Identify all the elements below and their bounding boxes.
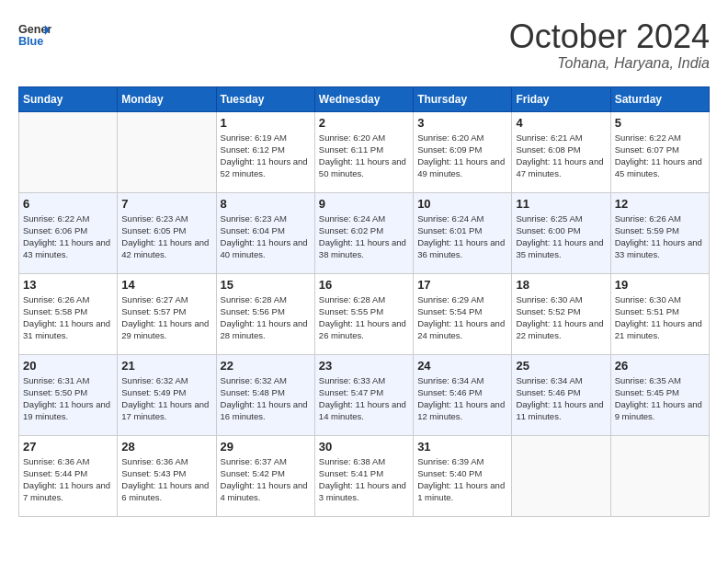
calendar-week-row: 27Sunrise: 6:36 AM Sunset: 5:44 PM Dayli…	[19, 435, 710, 516]
calendar-day-cell: 29Sunrise: 6:37 AM Sunset: 5:42 PM Dayli…	[216, 435, 314, 516]
day-number: 15	[221, 278, 311, 292]
day-number: 21	[121, 359, 211, 373]
svg-text:Blue: Blue	[18, 35, 43, 48]
month-title: October 2024	[509, 18, 710, 55]
day-number: 2	[319, 116, 409, 130]
day-number: 25	[516, 359, 606, 373]
day-number: 30	[319, 440, 409, 454]
day-number: 20	[23, 359, 113, 373]
calendar-day-cell: 25Sunrise: 6:34 AM Sunset: 5:46 PM Dayli…	[512, 354, 610, 435]
calendar-day-cell: 4Sunrise: 6:21 AM Sunset: 6:08 PM Daylig…	[512, 111, 610, 192]
day-info: Sunrise: 6:33 AM Sunset: 5:47 PM Dayligh…	[319, 374, 409, 423]
day-info: Sunrise: 6:26 AM Sunset: 5:58 PM Dayligh…	[23, 293, 113, 342]
calendar-day-cell: 12Sunrise: 6:26 AM Sunset: 5:59 PM Dayli…	[610, 192, 709, 273]
day-number: 14	[121, 278, 211, 292]
day-info: Sunrise: 6:32 AM Sunset: 5:48 PM Dayligh…	[221, 374, 311, 423]
location: Tohana, Haryana, India	[509, 55, 710, 72]
day-number: 22	[221, 359, 311, 373]
calendar-day-cell: 26Sunrise: 6:35 AM Sunset: 5:45 PM Dayli…	[610, 354, 709, 435]
weekday-header-row: SundayMondayTuesdayWednesdayThursdayFrid…	[19, 86, 710, 111]
calendar-day-cell: 1Sunrise: 6:19 AM Sunset: 6:12 PM Daylig…	[216, 111, 314, 192]
day-number: 27	[23, 440, 113, 454]
day-info: Sunrise: 6:36 AM Sunset: 5:44 PM Dayligh…	[23, 455, 113, 504]
calendar-day-cell: 24Sunrise: 6:34 AM Sunset: 5:46 PM Dayli…	[414, 354, 512, 435]
calendar-week-row: 1Sunrise: 6:19 AM Sunset: 6:12 PM Daylig…	[19, 111, 710, 192]
day-number: 17	[417, 278, 507, 292]
day-number: 18	[516, 278, 606, 292]
day-info: Sunrise: 6:20 AM Sunset: 6:09 PM Dayligh…	[417, 132, 507, 180]
day-number: 10	[417, 197, 507, 211]
calendar-day-cell: 13Sunrise: 6:26 AM Sunset: 5:58 PM Dayli…	[19, 273, 118, 354]
calendar-day-cell	[118, 111, 216, 192]
day-number: 1	[221, 116, 311, 130]
calendar-day-cell: 7Sunrise: 6:23 AM Sunset: 6:05 PM Daylig…	[118, 192, 216, 273]
day-info: Sunrise: 6:20 AM Sunset: 6:11 PM Dayligh…	[319, 132, 409, 180]
day-number: 12	[615, 197, 705, 211]
weekday-header: Thursday	[414, 86, 512, 111]
calendar-day-cell: 16Sunrise: 6:28 AM Sunset: 5:55 PM Dayli…	[314, 273, 413, 354]
calendar-table: SundayMondayTuesdayWednesdayThursdayFrid…	[18, 86, 710, 517]
day-info: Sunrise: 6:28 AM Sunset: 5:56 PM Dayligh…	[221, 293, 311, 342]
weekday-header: Friday	[512, 86, 610, 111]
calendar-day-cell: 20Sunrise: 6:31 AM Sunset: 5:50 PM Dayli…	[19, 354, 118, 435]
day-number: 19	[615, 278, 705, 292]
day-number: 24	[417, 359, 507, 373]
day-info: Sunrise: 6:24 AM Sunset: 6:02 PM Dayligh…	[319, 213, 409, 261]
calendar-day-cell: 6Sunrise: 6:22 AM Sunset: 6:06 PM Daylig…	[19, 192, 118, 273]
calendar-day-cell: 10Sunrise: 6:24 AM Sunset: 6:01 PM Dayli…	[414, 192, 512, 273]
weekday-header: Tuesday	[216, 86, 314, 111]
day-info: Sunrise: 6:26 AM Sunset: 5:59 PM Dayligh…	[615, 213, 705, 261]
calendar-day-cell: 5Sunrise: 6:22 AM Sunset: 6:07 PM Daylig…	[610, 111, 709, 192]
day-info: Sunrise: 6:21 AM Sunset: 6:08 PM Dayligh…	[516, 132, 606, 180]
calendar-day-cell: 30Sunrise: 6:38 AM Sunset: 5:41 PM Dayli…	[314, 435, 413, 516]
day-number: 6	[23, 197, 113, 211]
day-info: Sunrise: 6:37 AM Sunset: 5:42 PM Dayligh…	[221, 455, 311, 504]
weekday-header: Saturday	[610, 86, 709, 111]
day-info: Sunrise: 6:38 AM Sunset: 5:41 PM Dayligh…	[319, 455, 409, 504]
calendar-day-cell: 23Sunrise: 6:33 AM Sunset: 5:47 PM Dayli…	[314, 354, 413, 435]
calendar-day-cell	[512, 435, 610, 516]
day-info: Sunrise: 6:22 AM Sunset: 6:06 PM Dayligh…	[23, 213, 113, 261]
day-number: 8	[221, 197, 311, 211]
calendar-day-cell: 11Sunrise: 6:25 AM Sunset: 6:00 PM Dayli…	[512, 192, 610, 273]
calendar-week-row: 13Sunrise: 6:26 AM Sunset: 5:58 PM Dayli…	[19, 273, 710, 354]
day-number: 29	[221, 440, 311, 454]
day-info: Sunrise: 6:36 AM Sunset: 5:43 PM Dayligh…	[121, 455, 211, 504]
day-number: 31	[417, 440, 507, 454]
calendar-day-cell: 3Sunrise: 6:20 AM Sunset: 6:09 PM Daylig…	[414, 111, 512, 192]
logo-icon: General Blue	[18, 18, 51, 52]
day-info: Sunrise: 6:22 AM Sunset: 6:07 PM Dayligh…	[615, 132, 705, 180]
logo: General Blue	[18, 18, 51, 52]
title-block: October 2024 Tohana, Haryana, India	[509, 18, 710, 72]
day-info: Sunrise: 6:19 AM Sunset: 6:12 PM Dayligh…	[221, 132, 311, 180]
day-info: Sunrise: 6:31 AM Sunset: 5:50 PM Dayligh…	[23, 374, 113, 423]
day-info: Sunrise: 6:34 AM Sunset: 5:46 PM Dayligh…	[417, 374, 507, 423]
calendar-week-row: 20Sunrise: 6:31 AM Sunset: 5:50 PM Dayli…	[19, 354, 710, 435]
day-info: Sunrise: 6:39 AM Sunset: 5:40 PM Dayligh…	[417, 455, 507, 504]
calendar-day-cell: 9Sunrise: 6:24 AM Sunset: 6:02 PM Daylig…	[314, 192, 413, 273]
day-info: Sunrise: 6:30 AM Sunset: 5:52 PM Dayligh…	[516, 293, 606, 342]
page-header: General Blue October 2024 Tohana, Haryan…	[18, 18, 710, 72]
day-number: 4	[516, 116, 606, 130]
day-info: Sunrise: 6:23 AM Sunset: 6:04 PM Dayligh…	[221, 213, 311, 261]
calendar-day-cell: 14Sunrise: 6:27 AM Sunset: 5:57 PM Dayli…	[118, 273, 216, 354]
weekday-header: Monday	[118, 86, 216, 111]
day-info: Sunrise: 6:30 AM Sunset: 5:51 PM Dayligh…	[615, 293, 705, 342]
calendar-day-cell: 28Sunrise: 6:36 AM Sunset: 5:43 PM Dayli…	[118, 435, 216, 516]
calendar-day-cell: 19Sunrise: 6:30 AM Sunset: 5:51 PM Dayli…	[610, 273, 709, 354]
day-number: 26	[615, 359, 705, 373]
day-info: Sunrise: 6:34 AM Sunset: 5:46 PM Dayligh…	[516, 374, 606, 423]
weekday-header: Wednesday	[314, 86, 413, 111]
calendar-week-row: 6Sunrise: 6:22 AM Sunset: 6:06 PM Daylig…	[19, 192, 710, 273]
day-number: 3	[417, 116, 507, 130]
day-info: Sunrise: 6:24 AM Sunset: 6:01 PM Dayligh…	[417, 213, 507, 261]
day-info: Sunrise: 6:25 AM Sunset: 6:00 PM Dayligh…	[516, 213, 606, 261]
calendar-day-cell: 21Sunrise: 6:32 AM Sunset: 5:49 PM Dayli…	[118, 354, 216, 435]
day-number: 13	[23, 278, 113, 292]
calendar-day-cell	[19, 111, 118, 192]
day-info: Sunrise: 6:27 AM Sunset: 5:57 PM Dayligh…	[121, 293, 211, 342]
day-info: Sunrise: 6:32 AM Sunset: 5:49 PM Dayligh…	[121, 374, 211, 423]
calendar-day-cell: 15Sunrise: 6:28 AM Sunset: 5:56 PM Dayli…	[216, 273, 314, 354]
day-number: 16	[319, 278, 409, 292]
day-number: 23	[319, 359, 409, 373]
